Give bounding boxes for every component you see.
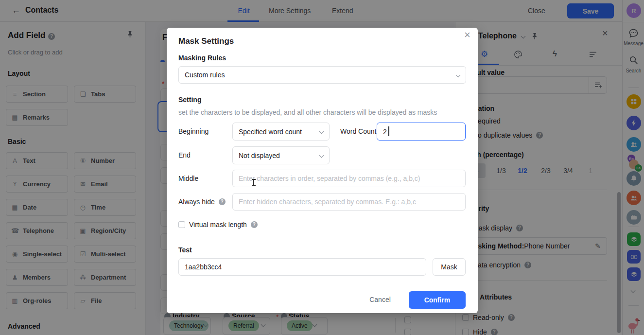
- modal-title: Mask Settings: [178, 36, 234, 46]
- beginning-select[interactable]: Specified word count: [232, 123, 330, 141]
- modal-close-icon[interactable]: ×: [464, 29, 470, 41]
- test-label: Test: [178, 246, 192, 254]
- masking-rules-value: Custom rules: [185, 71, 225, 79]
- masking-rules-select[interactable]: Custom rules: [178, 66, 466, 84]
- setting-description: set the characters to be displayed, and …: [178, 108, 437, 116]
- help-icon[interactable]: ?: [219, 198, 226, 205]
- beginning-value: Specified word count: [239, 128, 302, 136]
- beginning-label: Beginning: [178, 127, 209, 135]
- always-hide-label-row: Always hide ?: [178, 198, 226, 206]
- mask-settings-modal: Mask Settings × Masking Rules Custom rul…: [167, 28, 478, 313]
- virtual-mask-checkbox[interactable]: [178, 221, 185, 228]
- chevron-down-icon: [319, 153, 324, 158]
- app-window: ← Contacts Edit More Settings Extend Clo…: [0, 0, 644, 335]
- virtual-mask-label: Virtual mask length: [189, 221, 247, 229]
- confirm-button[interactable]: Confirm: [409, 291, 466, 309]
- always-hide-input[interactable]: [232, 193, 466, 211]
- chevron-down-icon: [456, 72, 461, 77]
- end-value: Not displayed: [239, 152, 280, 159]
- word-count-input[interactable]: [377, 123, 466, 141]
- middle-label: Middle: [178, 175, 198, 182]
- setting-label: Setting: [178, 96, 201, 104]
- text-caret: [388, 126, 389, 136]
- cancel-button[interactable]: Cancel: [363, 296, 397, 303]
- help-icon[interactable]: ?: [251, 221, 258, 228]
- always-hide-label: Always hide: [178, 198, 215, 206]
- virtual-mask-row: Virtual mask length ?: [178, 221, 258, 229]
- mask-button[interactable]: Mask: [433, 258, 466, 276]
- mouse-ibeam-cursor: [253, 179, 254, 186]
- word-count-label: Word Count: [340, 127, 376, 135]
- end-label: End: [178, 151, 191, 159]
- chevron-down-icon: [319, 129, 324, 134]
- masking-rules-label: Masking Rules: [178, 54, 226, 62]
- middle-input[interactable]: [232, 170, 466, 187]
- end-select[interactable]: Not displayed: [232, 146, 330, 164]
- test-input[interactable]: [178, 258, 426, 276]
